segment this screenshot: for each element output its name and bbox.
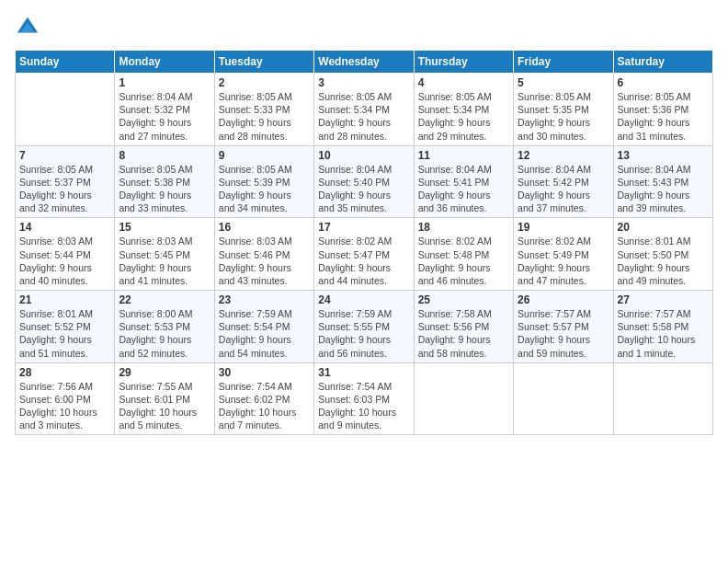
calendar-cell: 10Sunrise: 8:04 AM Sunset: 5:40 PM Dayli…: [314, 145, 414, 218]
day-number: 30: [219, 366, 310, 379]
page: SundayMondayTuesdayWednesdayThursdayFrid…: [0, 0, 728, 563]
calendar-cell: 31Sunrise: 7:54 AM Sunset: 6:03 PM Dayli…: [314, 362, 414, 435]
weekday-header-friday: Friday: [514, 51, 613, 74]
calendar-cell: 29Sunrise: 7:55 AM Sunset: 6:01 PM Dayli…: [115, 362, 214, 435]
day-number: 29: [119, 366, 210, 379]
day-number: 20: [618, 221, 709, 234]
weekday-header-sunday: Sunday: [16, 51, 115, 74]
day-number: 5: [518, 76, 609, 89]
day-detail: Sunrise: 8:05 AM Sunset: 5:39 PM Dayligh…: [219, 163, 310, 215]
calendar-cell: 16Sunrise: 8:03 AM Sunset: 5:46 PM Dayli…: [214, 218, 313, 291]
calendar-week-3: 21Sunrise: 8:01 AM Sunset: 5:52 PM Dayli…: [16, 291, 713, 363]
day-detail: Sunrise: 8:05 AM Sunset: 5:34 PM Dayligh…: [318, 90, 409, 143]
day-number: 12: [518, 149, 609, 162]
calendar-cell: 18Sunrise: 8:02 AM Sunset: 5:48 PM Dayli…: [414, 218, 513, 291]
calendar-cell: 25Sunrise: 7:58 AM Sunset: 5:56 PM Dayli…: [414, 291, 513, 363]
day-detail: Sunrise: 8:03 AM Sunset: 5:45 PM Dayligh…: [119, 235, 210, 287]
calendar-week-0: 1Sunrise: 8:04 AM Sunset: 5:32 PM Daylig…: [16, 74, 713, 146]
day-number: 21: [19, 293, 110, 306]
day-detail: Sunrise: 8:04 AM Sunset: 5:43 PM Dayligh…: [618, 163, 709, 215]
calendar-cell: 7Sunrise: 8:05 AM Sunset: 5:37 PM Daylig…: [16, 145, 115, 218]
calendar-cell: 12Sunrise: 8:04 AM Sunset: 5:42 PM Dayli…: [514, 145, 613, 218]
day-number: 23: [219, 293, 310, 306]
calendar-cell: 27Sunrise: 7:57 AM Sunset: 5:58 PM Dayli…: [613, 291, 712, 363]
calendar-cell: 3Sunrise: 8:05 AM Sunset: 5:34 PM Daylig…: [314, 74, 414, 146]
calendar-cell: 5Sunrise: 8:05 AM Sunset: 5:35 PM Daylig…: [514, 74, 613, 146]
day-detail: Sunrise: 7:58 AM Sunset: 5:56 PM Dayligh…: [418, 307, 509, 360]
day-detail: Sunrise: 8:04 AM Sunset: 5:40 PM Dayligh…: [318, 163, 409, 215]
header: [15, 15, 713, 40]
day-number: 16: [219, 221, 310, 234]
day-detail: Sunrise: 7:54 AM Sunset: 6:03 PM Dayligh…: [318, 380, 409, 432]
calendar-header: SundayMondayTuesdayWednesdayThursdayFrid…: [16, 51, 713, 74]
calendar-week-1: 7Sunrise: 8:05 AM Sunset: 5:37 PM Daylig…: [16, 145, 713, 218]
day-number: 13: [618, 149, 709, 162]
calendar-cell: 15Sunrise: 8:03 AM Sunset: 5:45 PM Dayli…: [115, 218, 214, 291]
calendar-cell: 4Sunrise: 8:05 AM Sunset: 5:34 PM Daylig…: [414, 74, 513, 146]
calendar-cell: [514, 362, 613, 435]
day-detail: Sunrise: 8:01 AM Sunset: 5:50 PM Dayligh…: [618, 235, 709, 287]
calendar-cell: [16, 74, 115, 146]
day-number: 6: [618, 76, 709, 89]
day-number: 11: [418, 149, 509, 162]
calendar-cell: [613, 362, 712, 435]
day-number: 19: [518, 221, 609, 234]
day-detail: Sunrise: 8:02 AM Sunset: 5:49 PM Dayligh…: [518, 235, 609, 287]
calendar-cell: 20Sunrise: 8:01 AM Sunset: 5:50 PM Dayli…: [613, 218, 712, 291]
day-number: 14: [19, 221, 110, 234]
weekday-header-monday: Monday: [115, 51, 214, 74]
calendar-cell: 24Sunrise: 7:59 AM Sunset: 5:55 PM Dayli…: [314, 291, 414, 363]
day-number: 26: [518, 293, 609, 306]
day-detail: Sunrise: 8:05 AM Sunset: 5:35 PM Dayligh…: [518, 90, 609, 143]
calendar-week-4: 28Sunrise: 7:56 AM Sunset: 6:00 PM Dayli…: [16, 362, 713, 435]
day-detail: Sunrise: 8:03 AM Sunset: 5:44 PM Dayligh…: [19, 235, 110, 287]
day-number: 24: [318, 293, 409, 306]
calendar-body: 1Sunrise: 8:04 AM Sunset: 5:32 PM Daylig…: [16, 74, 713, 435]
day-number: 17: [318, 221, 409, 234]
day-detail: Sunrise: 8:03 AM Sunset: 5:46 PM Dayligh…: [219, 235, 310, 287]
calendar-cell: 19Sunrise: 8:02 AM Sunset: 5:49 PM Dayli…: [514, 218, 613, 291]
logo: [15, 15, 44, 40]
day-detail: Sunrise: 8:05 AM Sunset: 5:38 PM Dayligh…: [119, 163, 210, 215]
calendar-cell: 2Sunrise: 8:05 AM Sunset: 5:33 PM Daylig…: [214, 74, 313, 146]
calendar-cell: 17Sunrise: 8:02 AM Sunset: 5:47 PM Dayli…: [314, 218, 414, 291]
calendar-cell: 6Sunrise: 8:05 AM Sunset: 5:36 PM Daylig…: [613, 74, 712, 146]
day-detail: Sunrise: 8:04 AM Sunset: 5:42 PM Dayligh…: [518, 163, 609, 215]
day-detail: Sunrise: 7:57 AM Sunset: 5:57 PM Dayligh…: [518, 307, 609, 360]
day-number: 15: [119, 221, 210, 234]
calendar-cell: 28Sunrise: 7:56 AM Sunset: 6:00 PM Dayli…: [16, 362, 115, 435]
logo-icon: [15, 15, 40, 40]
day-detail: Sunrise: 8:05 AM Sunset: 5:37 PM Dayligh…: [19, 163, 110, 215]
weekday-row: SundayMondayTuesdayWednesdayThursdayFrid…: [16, 51, 713, 74]
calendar-cell: 11Sunrise: 8:04 AM Sunset: 5:41 PM Dayli…: [414, 145, 513, 218]
calendar-cell: 14Sunrise: 8:03 AM Sunset: 5:44 PM Dayli…: [16, 218, 115, 291]
day-detail: Sunrise: 8:04 AM Sunset: 5:32 PM Dayligh…: [119, 90, 210, 143]
day-number: 27: [618, 293, 709, 306]
day-number: 18: [418, 221, 509, 234]
day-detail: Sunrise: 8:02 AM Sunset: 5:48 PM Dayligh…: [418, 235, 509, 287]
day-number: 7: [19, 149, 110, 162]
day-detail: Sunrise: 7:59 AM Sunset: 5:55 PM Dayligh…: [318, 307, 409, 360]
day-number: 1: [119, 76, 210, 89]
day-detail: Sunrise: 8:00 AM Sunset: 5:53 PM Dayligh…: [119, 307, 210, 360]
day-number: 25: [418, 293, 509, 306]
calendar-cell: 23Sunrise: 7:59 AM Sunset: 5:54 PM Dayli…: [214, 291, 313, 363]
day-detail: Sunrise: 8:01 AM Sunset: 5:52 PM Dayligh…: [19, 307, 110, 360]
weekday-header-thursday: Thursday: [414, 51, 513, 74]
day-detail: Sunrise: 8:05 AM Sunset: 5:34 PM Dayligh…: [418, 90, 509, 143]
day-number: 31: [318, 366, 409, 379]
day-detail: Sunrise: 7:57 AM Sunset: 5:58 PM Dayligh…: [618, 307, 709, 360]
calendar-cell: 26Sunrise: 7:57 AM Sunset: 5:57 PM Dayli…: [514, 291, 613, 363]
day-number: 10: [318, 149, 409, 162]
calendar-cell: 30Sunrise: 7:54 AM Sunset: 6:02 PM Dayli…: [214, 362, 313, 435]
weekday-header-saturday: Saturday: [613, 51, 712, 74]
day-detail: Sunrise: 7:56 AM Sunset: 6:00 PM Dayligh…: [19, 380, 110, 432]
day-number: 4: [418, 76, 509, 89]
calendar-week-2: 14Sunrise: 8:03 AM Sunset: 5:44 PM Dayli…: [16, 218, 713, 291]
calendar-table: SundayMondayTuesdayWednesdayThursdayFrid…: [15, 50, 713, 435]
calendar-cell: 8Sunrise: 8:05 AM Sunset: 5:38 PM Daylig…: [115, 145, 214, 218]
calendar-cell: 1Sunrise: 8:04 AM Sunset: 5:32 PM Daylig…: [115, 74, 214, 146]
day-number: 22: [119, 293, 210, 306]
day-detail: Sunrise: 8:04 AM Sunset: 5:41 PM Dayligh…: [418, 163, 509, 215]
calendar-cell: 9Sunrise: 8:05 AM Sunset: 5:39 PM Daylig…: [214, 145, 313, 218]
